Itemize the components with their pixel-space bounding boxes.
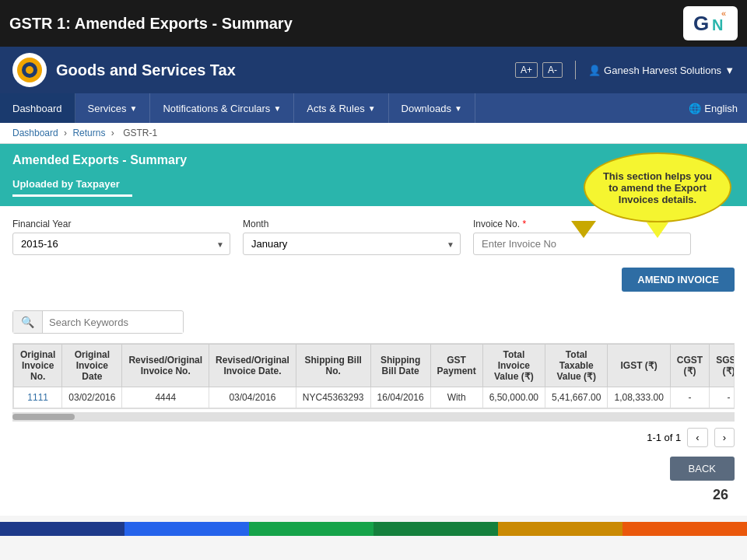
table-cell: 6,50,000.00 <box>482 387 545 408</box>
table-cell: NYC45363293 <box>296 387 370 408</box>
col-revised-inv-no: Revised/Original Invoice No. <box>122 345 209 387</box>
nav-notifications[interactable]: Notifications & Circulars ▼ <box>150 93 294 123</box>
user-info[interactable]: 👤 Ganesh Harvest Solutions ▼ <box>588 65 735 76</box>
table-cell: 5,41,667.00 <box>545 387 608 408</box>
col-total-taxable: Total Taxable Value (₹) <box>545 345 608 387</box>
col-cgst: CGST (₹) <box>670 345 709 387</box>
text-increase-btn[interactable]: A+ <box>515 62 538 78</box>
fy-label: Financial Year <box>12 219 230 229</box>
emblem <box>12 53 47 87</box>
breadcrumb-current: GSTR-1 <box>123 128 157 138</box>
header-controls: A+ A- 👤 Ganesh Harvest Solutions ▼ <box>515 61 735 79</box>
nav-downloads[interactable]: Downloads ▼ <box>389 93 475 123</box>
nav-services[interactable]: Services ▼ <box>75 93 151 123</box>
pagination-info: 1-1 of 1 <box>647 432 681 443</box>
month-select[interactable]: JanuaryFebruaryMarch AprilMayJune JulyAu… <box>243 233 461 255</box>
color-bar <box>0 522 747 536</box>
svg-point-6 <box>26 66 33 74</box>
acts-caret: ▼ <box>368 104 376 113</box>
month-label: Month <box>243 219 461 229</box>
nav-dashboard[interactable]: Dashboard <box>0 93 75 123</box>
svg-text:N: N <box>712 16 723 33</box>
table-row: 111103/02/2016444403/04/2016NYC453632931… <box>14 387 735 408</box>
required-marker: * <box>522 219 526 229</box>
title-bar: GSTR 1: Amended Exports - Summary G N « <box>0 0 747 47</box>
next-page-button[interactable]: › <box>714 428 735 447</box>
nav: Dashboard Services ▼ Notifications & Cir… <box>0 93 747 123</box>
search-button[interactable]: 🔍 <box>13 311 43 333</box>
text-decrease-btn[interactable]: A- <box>542 62 563 78</box>
col-orig-inv-date: Original Invoice Date <box>62 345 122 387</box>
breadcrumb-dashboard[interactable]: Dashboard <box>12 128 58 138</box>
svg-text:«: « <box>721 9 726 18</box>
scrollbar-thumb <box>12 414 75 420</box>
tooltip-arrow <box>647 222 668 238</box>
fy-select-wrapper: 2015-16 2016-17 2017-18 <box>12 233 230 255</box>
data-table-wrapper: Original Invoice No. Original Invoice Da… <box>12 343 735 409</box>
logo: G N « <box>683 6 738 40</box>
tooltip-text: This section helps you to amend the Expo… <box>602 170 713 205</box>
col-shipping-bill-date: Shipping Bill Date <box>370 345 430 387</box>
amend-invoice-button[interactable]: AMEND INVOICE <box>622 268 735 292</box>
breadcrumb: Dashboard › Returns › GSTR-1 <box>12 128 160 138</box>
header-divider <box>575 61 576 79</box>
globe-icon: 🌐 <box>689 103 701 114</box>
text-size-controls: A+ A- <box>515 62 563 78</box>
fy-select[interactable]: 2015-16 2016-17 2017-18 <box>12 233 230 255</box>
table-cell: 03/02/2016 <box>62 387 122 408</box>
table-cell: 16/04/2016 <box>370 387 430 408</box>
table-cell: 1,08,333.00 <box>608 387 670 408</box>
col-total-invoice: Total Invoice Value (₹) <box>482 345 545 387</box>
col-revised-inv-date: Revised/Original Invoice Date. <box>209 345 296 387</box>
table-cell: - <box>710 387 735 408</box>
table-cell[interactable]: 1111 <box>14 387 62 408</box>
month-group: Month JanuaryFebruaryMarch AprilMayJune … <box>243 219 461 255</box>
table-cell: 03/04/2016 <box>209 387 296 408</box>
downloads-caret: ▼ <box>454 104 462 113</box>
tooltip-arrow-wrapper <box>584 222 731 240</box>
month-select-wrapper: JanuaryFebruaryMarch AprilMayJune JulyAu… <box>243 233 461 255</box>
table-cell: 4444 <box>122 387 209 408</box>
prev-page-button[interactable]: ‹ <box>687 428 707 447</box>
color-bar-segment <box>374 522 498 536</box>
main-content: Financial Year 2015-16 2016-17 2017-18 M… <box>0 206 747 516</box>
nav-right: 🌐 English <box>689 93 747 123</box>
table-cell: With <box>430 387 482 408</box>
color-bar-segment <box>498 522 622 536</box>
services-caret: ▼ <box>129 104 137 113</box>
header-title: Goods and Services Tax <box>56 61 515 79</box>
header: Goods and Services Tax A+ A- 👤 Ganesh Ha… <box>0 47 747 93</box>
fy-group: Financial Year 2015-16 2016-17 2017-18 <box>12 219 230 255</box>
page-number: 26 <box>12 487 735 503</box>
svg-text:G: G <box>693 12 709 35</box>
search-bar: 🔍 <box>12 310 184 334</box>
tooltip-balloon: This section helps you to amend the Expo… <box>584 152 731 222</box>
user-icon: 👤 <box>588 65 601 76</box>
color-bar-segment <box>622 522 747 536</box>
table-header-row: Original Invoice No. Original Invoice Da… <box>14 345 735 387</box>
search-input[interactable] <box>43 312 183 333</box>
col-orig-inv-no: Original Invoice No. <box>14 345 62 387</box>
col-igst: IGST (₹) <box>608 345 670 387</box>
table-cell: - <box>670 387 709 408</box>
language-label: English <box>704 103 738 114</box>
data-table: Original Invoice No. Original Invoice Da… <box>13 344 735 408</box>
tooltip-arrow-border <box>571 221 596 238</box>
pagination-row: 1-1 of 1 ‹ › <box>12 428 735 447</box>
breadcrumb-sep1: › <box>64 128 69 138</box>
tooltip-container: This section helps you to amend the Expo… <box>584 152 731 240</box>
user-caret: ▼ <box>724 65 735 76</box>
back-button[interactable]: BACK <box>670 457 735 481</box>
col-shipping-bill-no: Shipping Bill No. <box>296 345 370 387</box>
breadcrumb-sep2: › <box>111 128 117 138</box>
color-bar-segment <box>249 522 374 536</box>
breadcrumb-section: Dashboard › Returns › GSTR-1 This sectio… <box>0 123 747 144</box>
breadcrumb-returns[interactable]: Returns <box>72 128 105 138</box>
nav-acts[interactable]: Acts & Rules ▼ <box>294 93 388 123</box>
horizontal-scrollbar[interactable] <box>12 412 735 422</box>
breadcrumb-bar: Dashboard › Returns › GSTR-1 <box>0 123 747 144</box>
color-bar-segment <box>0 522 124 536</box>
username: Ganesh Harvest Solutions <box>604 65 721 76</box>
col-sgst: SGST (₹) <box>710 345 735 387</box>
tab-uploaded-by-taxpayer[interactable]: Uploaded by Taxpayer <box>12 173 132 197</box>
